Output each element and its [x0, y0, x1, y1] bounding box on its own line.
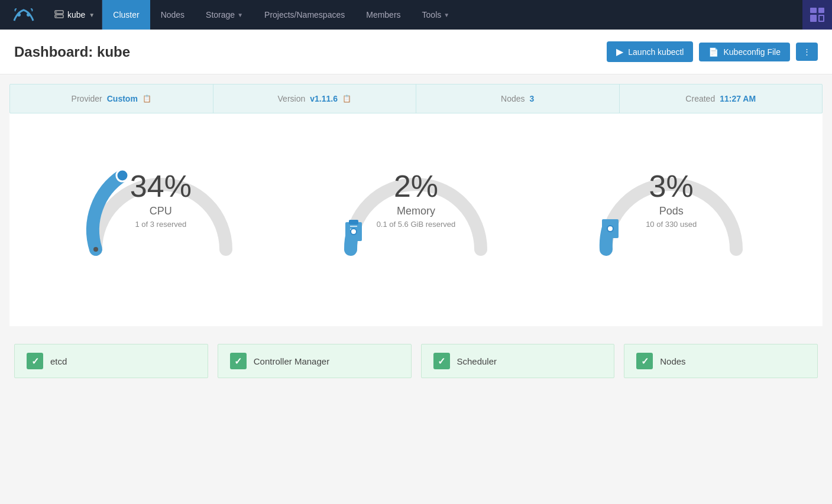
- more-icon: ⋮: [803, 47, 811, 56]
- svg-point-15: [607, 226, 613, 232]
- file-icon: 📄: [708, 47, 718, 57]
- svg-point-1: [17, 13, 21, 17]
- nav-item-cluster[interactable]: Cluster: [102, 0, 150, 30]
- provider-copy-icon[interactable]: 📋: [143, 95, 151, 103]
- main-content: Dashboard: kube ▶ Launch kubectl 📄 Kubec…: [0, 30, 832, 504]
- version-value: v1.11.6: [310, 94, 338, 103]
- nav-item-tools[interactable]: Tools ▼: [412, 0, 461, 30]
- cpu-sublabel: 1 of 3 reserved: [130, 220, 192, 229]
- kubeconfig-button[interactable]: 📄 Kubeconfig File: [699, 43, 790, 61]
- pods-gauge: 3% Pods 10 of 330 used: [577, 131, 766, 308]
- nav-item-nodes[interactable]: Nodes: [150, 0, 195, 30]
- more-options-button[interactable]: ⋮: [796, 43, 818, 61]
- launch-kubectl-button[interactable]: ▶ Launch kubectl: [607, 41, 693, 62]
- svg-rect-10: [349, 220, 358, 225]
- nav-item-projects[interactable]: Projects/Namespaces: [254, 0, 355, 30]
- etcd-status: ✓ etcd: [14, 344, 208, 378]
- header-actions: ▶ Launch kubectl 📄 Kubeconfig File ⋮: [607, 41, 818, 62]
- memory-sublabel: 0.1 of 5.6 GiB reserved: [377, 220, 456, 229]
- info-bar: Provider Custom 📋 Version v1.11.6 📋 Node…: [9, 84, 823, 113]
- version-label: Version: [278, 94, 306, 103]
- svg-point-13: [351, 229, 357, 235]
- created-value: 11:27 AM: [720, 94, 756, 103]
- nodes-status: ✓ Nodes: [624, 344, 818, 378]
- cluster-selector[interactable]: kube ▼: [47, 0, 102, 30]
- svg-rect-11: [350, 226, 357, 227]
- provider-value: Custom: [107, 94, 138, 103]
- nav-items: Cluster Nodes Storage ▼ Projects/Namespa…: [102, 0, 802, 30]
- nav-storage-label: Storage: [206, 10, 235, 19]
- etcd-check-icon: ✓: [27, 353, 43, 369]
- nav-right: [802, 0, 832, 30]
- version-info: Version v1.11.6 📋: [213, 84, 417, 113]
- created-info: Created 11:27 AM: [620, 84, 823, 113]
- svg-point-8: [93, 247, 98, 252]
- scheduler-label: Scheduler: [457, 356, 497, 366]
- svg-rect-0: [9, 4, 38, 25]
- cpu-gauge: 34% CPU 1 of 3 reserved: [66, 131, 255, 308]
- scheduler-check-icon: ✓: [433, 353, 450, 369]
- cpu-gauge-text: 34% CPU 1 of 3 reserved: [130, 171, 192, 229]
- nodes-label: Nodes: [501, 94, 525, 103]
- cluster-name: kube: [67, 10, 85, 19]
- page-header: Dashboard: kube ▶ Launch kubectl 📄 Kubec…: [0, 30, 832, 74]
- status-bar: ✓ etcd ✓ Controller Manager ✓ Scheduler …: [9, 344, 823, 378]
- svg-point-7: [116, 170, 128, 181]
- controller-manager-check-icon: ✓: [230, 353, 247, 369]
- navigation: kube ▼ Cluster Nodes Storage ▼ Projects/…: [0, 0, 832, 30]
- nodes-value: 3: [530, 94, 535, 103]
- nodes-status-label: Nodes: [660, 356, 685, 366]
- memory-percent: 2%: [377, 171, 456, 201]
- cluster-dropdown-icon: ▼: [89, 12, 95, 18]
- nav-members-label: Members: [366, 10, 400, 19]
- launch-kubectl-label: Launch kubectl: [628, 47, 684, 57]
- svg-point-6: [56, 15, 57, 17]
- memory-gauge-text: 2% Memory 0.1 of 5.6 GiB reserved: [377, 171, 456, 229]
- provider-info: Provider Custom 📋: [10, 84, 213, 113]
- memory-label: Memory: [377, 205, 456, 217]
- scheduler-status: ✓ Scheduler: [421, 344, 615, 378]
- svg-point-5: [56, 11, 57, 12]
- cluster-server-icon: [54, 10, 64, 20]
- user-avatar[interactable]: [802, 0, 832, 30]
- controller-manager-status: ✓ Controller Manager: [218, 344, 412, 378]
- page-title-prefix: Dashboard:: [14, 44, 93, 60]
- terminal-icon: ▶: [616, 46, 623, 57]
- pods-percent: 3%: [646, 171, 697, 201]
- nav-item-members[interactable]: Members: [355, 0, 411, 30]
- nav-item-storage[interactable]: Storage ▼: [195, 0, 254, 30]
- pods-label: Pods: [646, 205, 697, 217]
- created-label: Created: [685, 94, 715, 103]
- kubeconfig-label: Kubeconfig File: [723, 47, 781, 57]
- controller-manager-label: Controller Manager: [254, 356, 329, 366]
- nodes-check-icon: ✓: [636, 353, 653, 369]
- tools-dropdown-icon: ▼: [443, 12, 449, 18]
- page-title: Dashboard: kube: [14, 44, 130, 60]
- nav-nodes-label: Nodes: [161, 10, 184, 19]
- nav-cluster-label: Cluster: [113, 10, 139, 19]
- nav-projects-label: Projects/Namespaces: [264, 10, 345, 19]
- version-copy-icon[interactable]: 📋: [342, 95, 351, 103]
- gauges-section: 34% CPU 1 of 3 reserved: [9, 113, 823, 326]
- logo: [0, 0, 47, 30]
- pods-sublabel: 10 of 330 used: [646, 220, 697, 229]
- page-title-name: kube: [97, 44, 130, 60]
- memory-gauge: 2% Memory 0.1 of 5.6 GiB reserved: [321, 131, 510, 308]
- cpu-percent: 34%: [130, 171, 192, 201]
- cpu-label: CPU: [130, 205, 192, 217]
- pods-gauge-text: 3% Pods 10 of 330 used: [646, 171, 697, 229]
- nodes-info: Nodes 3: [416, 84, 620, 113]
- svg-point-2: [27, 13, 30, 17]
- provider-label: Provider: [72, 94, 102, 103]
- nav-tools-label: Tools: [422, 10, 442, 19]
- storage-dropdown-icon: ▼: [237, 12, 243, 18]
- etcd-label: etcd: [50, 356, 67, 366]
